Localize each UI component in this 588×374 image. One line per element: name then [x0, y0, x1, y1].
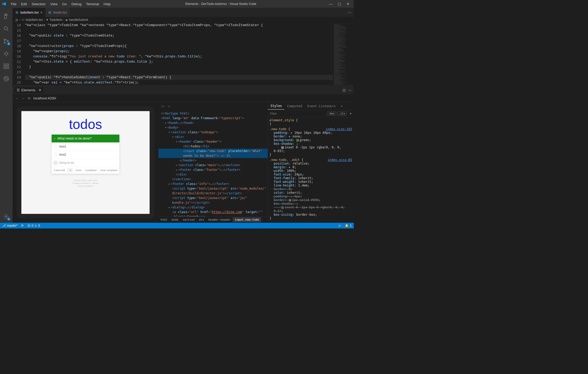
filter-all[interactable]: All [68, 168, 72, 172]
svg-point-15 [50, 12, 50, 13]
activity-search-icon[interactable] [0, 22, 13, 35]
editor[interactable]: 141516171819202122232425 "kw">class "typ… [13, 23, 354, 85]
close-button[interactable]: ✕ [346, 2, 350, 6]
tab-todoitem[interactable]: todoItem.tsx × [13, 8, 45, 17]
styles-filter-row: :hov .cls + [268, 110, 354, 117]
activity-scm-icon[interactable]: 2 [0, 35, 13, 47]
chevron-down-icon[interactable]: › [53, 138, 57, 139]
menu-edit[interactable]: Edit [19, 1, 29, 7]
menu-help[interactable]: Help [102, 1, 113, 7]
filter-completed[interactable]: Completed [84, 168, 97, 172]
maximize-button[interactable]: ▢ [338, 2, 341, 6]
crumb-header[interactable]: header.header [206, 217, 233, 222]
crumb-input[interactable]: input.new-todo [233, 217, 261, 222]
nav-back-icon[interactable]: ← [15, 96, 19, 100]
url-text[interactable]: localhost:4200/ [33, 96, 56, 100]
svg-rect-5 [4, 64, 6, 66]
todo-filters: All Active Completed [68, 168, 97, 172]
styles-tab-computed[interactable]: Computed [284, 103, 305, 110]
todo-app: › What needs to be done? test1 test2 thi… [52, 135, 119, 174]
activity-extensions-icon[interactable] [0, 60, 13, 73]
dom-breadcrumbs[interactable]: html body section div header.header inpu… [158, 216, 268, 223]
filter-active[interactable]: Active [74, 168, 83, 172]
nav-forward-icon[interactable]: → [21, 96, 25, 100]
breadcrumb-class[interactable]: TodoItem [50, 18, 62, 22]
hov-toggle[interactable]: :hov [327, 112, 336, 116]
tab-actions: ⋯ [345, 8, 354, 17]
more-actions-icon[interactable]: ⋯ [348, 10, 351, 14]
vscode-logo-icon [2, 2, 6, 6]
styles-tab-more-icon[interactable]: » [338, 103, 345, 110]
credit-line: Double-click to edit a todo [72, 179, 99, 182]
dom-toolbar: ⬚↖ ▭ [158, 102, 268, 110]
react-file-icon [48, 11, 52, 14]
menu-selection[interactable]: Selection [29, 1, 47, 7]
svg-point-0 [4, 27, 7, 30]
new-style-rule-icon[interactable]: + [348, 112, 354, 116]
breadcrumb-file[interactable]: todoItem.tsx [26, 18, 43, 22]
minimap[interactable] [333, 23, 354, 85]
status-feedback-icon[interactable]: ☺ [338, 224, 341, 227]
styles-tab-styles[interactable]: Styles [268, 102, 284, 110]
todo-item[interactable]: test2 [52, 150, 119, 159]
cls-toggle[interactable]: .cls [337, 112, 347, 116]
tab-footer[interactable]: footer.tsx [45, 8, 70, 17]
menu-bar: File Edit Selection View Go Debug Termin… [9, 1, 113, 7]
tab-label: footer.tsx [53, 10, 67, 14]
preview-pane: todos › What needs to be done? test1 tes… [13, 102, 158, 223]
todo-header[interactable]: › What needs to be done? [52, 135, 119, 142]
menu-view[interactable]: View [48, 1, 60, 7]
breadcrumb[interactable]: js › todoItem.tsx › ✦ TodoItem › ◈ handl… [13, 17, 354, 23]
preview-screen[interactable]: todos › What needs to be done? test1 tes… [21, 111, 150, 214]
menu-go[interactable]: Go [60, 1, 69, 7]
bottom-panel: ☰ Elements ✕ ◫ ⋯ ← → ⟳ localhost:4200/ [13, 85, 354, 223]
crumb-body[interactable]: body [170, 217, 181, 222]
breadcrumb-root[interactable]: js [16, 18, 18, 22]
todo-item[interactable]: test1 [52, 142, 119, 150]
breadcrumb-method[interactable]: handleSubmit [69, 18, 88, 22]
activity-edge-icon[interactable] [0, 73, 13, 85]
title-bar: File Edit Selection View Go Debug Termin… [0, 0, 354, 8]
device-frame: todos › What needs to be done? test1 tes… [17, 106, 154, 219]
activity-bar: 2 1 [0, 8, 13, 223]
crumb-section[interactable]: section [181, 217, 197, 222]
activity-debug-icon[interactable] [0, 47, 13, 60]
react-file-icon [15, 11, 19, 14]
crumb-html[interactable]: html [158, 217, 170, 222]
activity-explorer-icon[interactable] [0, 10, 13, 22]
clear-completed[interactable]: Clear completed [100, 169, 117, 172]
status-sync-icon[interactable]: ⟳ [21, 224, 24, 227]
minimize-button[interactable]: — [329, 2, 333, 6]
svg-point-11 [17, 12, 17, 13]
status-bell-icon[interactable]: 🔔 1 [345, 224, 352, 227]
nav-reload-icon[interactable]: ⟳ [28, 96, 31, 100]
code-content[interactable]: "kw">class "type">TodoItem "kw">extends … [25, 23, 333, 85]
menu-debug[interactable]: Debug [69, 1, 83, 7]
svg-point-19 [23, 20, 23, 20]
dom-pane: ⬚↖ ▭ <!doctype html><html lang="en" data… [158, 102, 268, 223]
styles-tab-listeners[interactable]: Event Listeners [305, 103, 338, 110]
editor-tabs: todoItem.tsx × footer.tsx ⋯ [13, 8, 354, 17]
status-problems[interactable]: ⓧ 0 ⚠ 0 [27, 224, 40, 228]
inspect-element-icon[interactable]: ⬚↖ [161, 104, 165, 108]
dom-tree[interactable]: <!doctype html><html lang="en" data-fram… [158, 110, 268, 216]
panel-tab-close-icon[interactable]: ✕ [39, 88, 41, 92]
styles-tabs: Styles Computed Event Listeners » [268, 102, 354, 110]
more-actions-icon[interactable]: ⋯ [348, 88, 352, 92]
tab-close-icon[interactable]: × [40, 10, 42, 15]
todos-heading: todos [69, 116, 102, 132]
activity-settings-icon[interactable]: 1 [0, 210, 13, 223]
window-controls: — ▢ ✕ [329, 2, 350, 6]
styles-body[interactable]: element.style {}.new-todo {index.scss:10… [268, 117, 354, 223]
svg-rect-6 [4, 67, 6, 69]
crumb-div[interactable]: div [197, 217, 206, 222]
menu-file[interactable]: File [9, 1, 19, 7]
device-toggle-icon[interactable]: ▭ [168, 104, 170, 108]
split-panel-icon[interactable]: ◫ [342, 88, 346, 92]
panel-tab-elements[interactable]: ☰ Elements ✕ [15, 87, 44, 93]
todo-item[interactable]: thing to do [52, 159, 119, 167]
menu-terminal[interactable]: Terminal [84, 1, 101, 7]
todo-count: 2 items left [54, 169, 65, 172]
status-branch[interactable]: ⎇ master* [2, 224, 17, 227]
styles-filter-input[interactable] [268, 112, 327, 116]
